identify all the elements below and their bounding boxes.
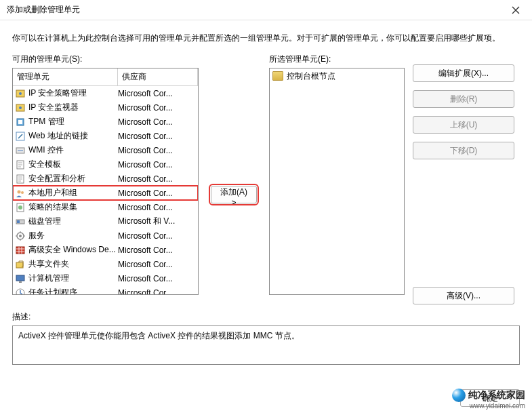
security-icon [15,88,26,99]
available-snapins-listbox[interactable]: 管理单元 供应商 IP 安全策略管理Microsoft Cor...IP 安全监… [12,68,199,295]
folder-icon [272,71,283,81]
snapin-vendor: Microsoft Cor... [118,160,196,170]
snapin-row[interactable]: 服务Microsoft Cor... [13,229,198,243]
snapin-vendor: Microsoft Cor... [118,245,196,255]
snapin-list: IP 安全策略管理Microsoft Cor...IP 安全监视器Microso… [13,86,198,295]
add-button[interactable]: 添加(A) > [211,186,257,203]
snapin-name: 策略的结果集 [28,201,118,213]
snapin-vendor: Microsoft Cor... [118,288,196,296]
computer-icon [15,273,26,284]
users-icon [15,188,26,199]
selected-snapins-listbox[interactable]: 控制台根节点 [269,68,405,295]
action-buttons-column: 编辑扩展(X)... 删除(R) 上移(U) 下移(D) 高级(V)... [413,51,514,304]
snapin-row[interactable]: 磁盘管理Microsoft 和 V... [13,214,198,229]
advanced-button[interactable]: 高级(V)... [413,287,514,304]
disk-icon [15,216,26,227]
svg-point-17 [19,235,22,237]
services-icon [15,231,26,241]
move-up-button[interactable]: 上移(U) [413,116,514,134]
snapin-row[interactable]: 安全模板Microsoft Cor... [13,157,198,172]
snapin-name: 服务 [28,230,118,241]
svg-point-11 [21,191,24,194]
snapin-vendor: Microsoft Cor... [118,117,196,127]
snapin-vendor: Microsoft Cor... [118,189,196,198]
svg-rect-21 [19,281,22,283]
svg-rect-5 [18,120,22,124]
snapin-vendor: Microsoft Cor... [118,132,196,141]
middle-column: 添加(A) > [207,51,261,304]
console-root-label: 控制台根节点 [287,71,335,82]
edit-extensions-button[interactable]: 编辑扩展(X)... [413,64,514,82]
svg-point-10 [18,190,21,193]
snapin-name: 安全配置和分析 [28,173,118,184]
link-icon [15,131,26,142]
console-root-row[interactable]: 控制台根节点 [270,68,404,83]
selected-snapins-section: 所选管理单元(E): 控制台根节点 [269,51,405,304]
svg-point-3 [19,106,22,109]
share-icon [15,259,26,270]
watermark-name: 纯净系统家园 [468,389,525,401]
spacer [413,167,514,279]
dialog-description: 你可以在计算机上为此控制台选择可用的管理单元并配置所选的一组管理单元。对于可扩展… [0,20,532,51]
watermark-logo-icon [452,389,466,402]
snapin-name: IP 安全监视器 [28,102,118,113]
snapin-name: IP 安全策略管理 [28,87,118,99]
task-icon [15,288,26,296]
svg-rect-20 [16,275,24,281]
snapin-name: Web 地址的链接 [28,130,118,142]
col-header-vendor[interactable]: 供应商 [118,68,198,85]
snapin-vendor: Microsoft Cor... [118,146,196,155]
snapin-vendor: Microsoft Cor... [118,174,196,184]
snapin-vendor: Microsoft Cor... [118,231,196,241]
snapin-row[interactable]: 高级安全 Windows De...Microsoft Cor... [13,243,198,257]
snapin-vendor: Microsoft Cor... [118,103,196,113]
window-title: 添加或删除管理单元 [7,4,80,16]
snapin-row[interactable]: 本地用户和组Microsoft Cor... [13,186,198,200]
snapin-row[interactable]: WMI 控件Microsoft Cor... [13,143,198,157]
snapin-vendor: Microsoft Cor... [118,274,196,283]
snapin-vendor: Microsoft Cor... [118,89,196,98]
template-icon [15,159,26,170]
snapin-name: WMI 控件 [28,144,118,156]
content-area: 可用的管理单元(S): 管理单元 供应商 IP 安全策略管理Microsoft … [0,51,532,304]
snapin-vendor: Microsoft 和 V... [118,216,196,227]
list-header[interactable]: 管理单元 供应商 [13,68,198,86]
description-box: ActiveX 控件管理单元使你能用包含 ActiveX 控件的结果视图添加 M… [12,325,520,365]
close-button[interactable] [505,2,527,18]
snapin-vendor: Microsoft Cor... [118,260,196,269]
svg-rect-18 [16,247,24,254]
firewall-icon [15,245,26,256]
policy-icon [15,202,26,213]
col-header-unit[interactable]: 管理单元 [13,68,118,85]
move-down-button[interactable]: 下移(D) [413,142,514,159]
snapin-name: 本地用户和组 [28,187,118,199]
watermark-url: www.yidaimei.com [470,402,525,410]
snapin-name: 安全模板 [28,159,118,170]
snapin-row[interactable]: IP 安全策略管理Microsoft Cor... [13,86,198,100]
svg-rect-15 [17,220,20,223]
snapin-name: 任务计划程序 [28,287,118,295]
description-label: 描述: [0,311,532,323]
selected-label: 所选管理单元(E): [269,54,405,65]
snapin-name: 共享文件夹 [28,258,118,270]
available-label: 可用的管理单元(S): [12,54,199,65]
svg-point-13 [18,205,22,210]
snapin-row[interactable]: Web 地址的链接Microsoft Cor... [13,129,198,143]
snapin-row[interactable]: 共享文件夹Microsoft Cor... [13,257,198,271]
snapin-row[interactable]: 任务计划程序Microsoft Cor... [13,285,198,295]
svg-point-1 [19,92,22,95]
available-snapins-section: 可用的管理单元(S): 管理单元 供应商 IP 安全策略管理Microsoft … [12,51,199,304]
snapin-name: 高级安全 Windows De... [28,244,118,256]
snapin-row[interactable]: IP 安全监视器Microsoft Cor... [13,100,198,115]
svg-rect-19 [16,262,23,268]
snapin-row[interactable]: TPM 管理Microsoft Cor... [13,115,198,129]
snapin-name: 计算机管理 [28,273,118,284]
remove-button[interactable]: 删除(R) [413,90,514,108]
snapin-name: 磁盘管理 [28,216,118,227]
snapin-row[interactable]: 计算机管理Microsoft Cor... [13,271,198,285]
snapin-vendor: Microsoft Cor... [118,203,196,212]
snapin-row[interactable]: 策略的结果集Microsoft Cor... [13,200,198,214]
snapin-row[interactable]: 安全配置和分析Microsoft Cor... [13,172,198,186]
snapin-name: TPM 管理 [28,116,118,127]
tpm-icon [15,117,26,127]
